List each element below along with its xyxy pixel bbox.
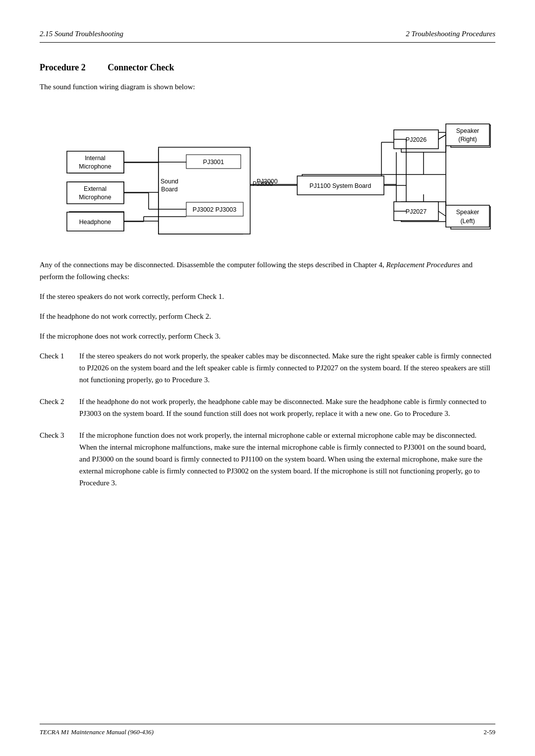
svg-text:External: External — [84, 185, 107, 192]
check-3: Check 3 If the microphone function does … — [40, 429, 495, 489]
svg-text:Internal: Internal — [85, 155, 106, 162]
body-paragraph-4: If the microphone does not work correctl… — [40, 330, 495, 342]
svg-text:Board: Board — [161, 186, 177, 193]
check-3-content: If the microphone function does not work… — [79, 429, 495, 489]
check-3-label: Check 3 — [40, 429, 79, 489]
page: 2.15 Sound Troubleshooting 2 Troubleshoo… — [0, 0, 535, 756]
svg-line-98 — [438, 135, 446, 139]
header-right: 2 Troubleshooting Procedures — [406, 30, 495, 38]
diagram-clean: Internal Microphone External Microphone … — [40, 105, 495, 244]
svg-text:(Right): (Right) — [458, 136, 477, 143]
svg-text:Headphone: Headphone — [79, 219, 111, 226]
svg-text:Sound: Sound — [160, 178, 178, 185]
procedure-number: Procedure 2 — [40, 62, 86, 72]
svg-text:PJ3000: PJ3000 — [257, 178, 277, 185]
page-footer: TECRA M1 Maintenance Manual (960-436) 2-… — [40, 724, 495, 736]
italic-phrase: Replacement Procedures — [386, 261, 460, 269]
intro-text: The sound function wiring diagram is sho… — [40, 83, 495, 91]
body-paragraph-1: Any of the connections may be disconnect… — [40, 259, 495, 283]
check-2-content: If the headphone do not work properly, t… — [79, 396, 495, 419]
procedure-name: Connector Check — [107, 62, 174, 72]
svg-text:PJ2026: PJ2026 — [406, 136, 427, 143]
svg-text:PJ1100   System Board: PJ1100 System Board — [310, 182, 371, 189]
check-2: Check 2 If the headphone do not work pro… — [40, 396, 495, 419]
svg-text:(Left): (Left) — [460, 218, 475, 225]
svg-text:PJ2027: PJ2027 — [406, 208, 427, 215]
svg-text:PJ3002 PJ3003: PJ3002 PJ3003 — [193, 206, 236, 213]
check-1-content: If the stereo speakers do not work prope… — [79, 350, 495, 386]
svg-text:Microphone: Microphone — [79, 163, 111, 170]
svg-text:Speaker: Speaker — [456, 209, 480, 216]
body-paragraph-2: If the stereo speakers do not work corre… — [40, 291, 495, 302]
header-left: 2.15 Sound Troubleshooting — [40, 30, 123, 38]
svg-text:Speaker: Speaker — [456, 127, 480, 134]
footer-right: 2-59 — [483, 728, 495, 736]
procedure-title: Procedure 2 Connector Check — [40, 62, 495, 73]
svg-line-99 — [438, 211, 446, 216]
check-1: Check 1 If the stereo speakers do not wo… — [40, 350, 495, 386]
svg-text:Microphone: Microphone — [79, 194, 111, 201]
check-2-label: Check 2 — [40, 396, 79, 419]
footer-left: TECRA M1 Maintenance Manual (960-436) — [40, 728, 154, 736]
page-header: 2.15 Sound Troubleshooting 2 Troubleshoo… — [40, 30, 495, 43]
check-1-label: Check 1 — [40, 350, 79, 386]
svg-text:PJ3001: PJ3001 — [203, 159, 224, 166]
body-paragraph-3: If the headphone do not work correctly, … — [40, 310, 495, 322]
wiring-diagram: Internal Microphone External Microphone … — [40, 105, 495, 244]
